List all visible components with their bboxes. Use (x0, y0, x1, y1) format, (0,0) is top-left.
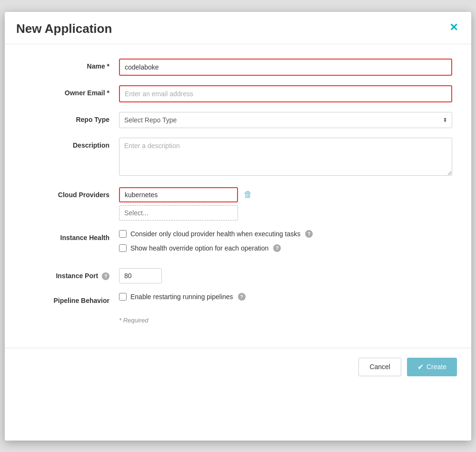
required-note: * Required (119, 317, 452, 324)
modal-footer: Cancel ✔ Create (5, 348, 471, 386)
checkbox2-label: Show health override option for each ope… (130, 244, 268, 252)
instance-health-row: Instance Health Consider only cloud prov… (24, 230, 452, 259)
pipeline-behavior-row: Pipeline Behavior Enable restarting runn… (24, 293, 452, 307)
instance-port-row: Instance Port ? (24, 268, 452, 283)
checkbox2-row: Show health override option for each ope… (119, 244, 452, 252)
new-application-modal: New Application ✕ Name * Owner Email * R… (5, 12, 471, 441)
description-label: Description (24, 138, 119, 149)
checkbox1-help-icon[interactable]: ? (305, 230, 313, 238)
cloud-providers-field-container: kubernetes 🗑 (119, 187, 452, 221)
pipeline-behavior-field-container: Enable restarting running pipelines ? (119, 293, 452, 307)
checkbox2-input[interactable] (119, 244, 127, 252)
instance-health-field-container: Consider only cloud provider health when… (119, 230, 452, 259)
checkbox2-help-icon[interactable]: ? (273, 244, 281, 252)
cloud-provider-select-input[interactable] (119, 205, 238, 221)
checkbox1-label: Consider only cloud provider health when… (130, 230, 300, 238)
owner-email-field-container (119, 85, 452, 102)
cancel-button[interactable]: Cancel (358, 358, 401, 376)
instance-port-field-container (119, 268, 452, 283)
owner-email-input[interactable] (119, 85, 452, 102)
modal-body: Name * Owner Email * Repo Type Select Re… (5, 44, 471, 338)
cloud-provider-select-wrapper (119, 205, 452, 221)
owner-email-label: Owner Email * (24, 85, 119, 97)
name-label: Name * (24, 59, 119, 70)
description-row: Description (24, 138, 452, 178)
instance-port-input[interactable] (119, 268, 162, 283)
repo-type-row: Repo Type Select Repo Type (24, 112, 452, 128)
checkbox1-row: Consider only cloud provider health when… (119, 230, 452, 238)
pipeline-checkbox-row: Enable restarting running pipelines ? (119, 293, 452, 301)
close-button[interactable]: ✕ (447, 21, 460, 34)
create-button[interactable]: ✔ Create (407, 358, 457, 376)
name-input[interactable] (119, 59, 452, 76)
instance-port-help-icon[interactable]: ? (102, 272, 109, 280)
delete-icon: 🗑 (244, 190, 252, 199)
modal-header: New Application ✕ (5, 12, 471, 44)
cloud-providers-label: Cloud Providers (24, 187, 119, 199)
pipeline-behavior-label: Pipeline Behavior (24, 293, 119, 304)
pipeline-checkbox-input[interactable] (119, 293, 127, 301)
cloud-provider-item: kubernetes 🗑 (119, 187, 452, 202)
cloud-providers-row: Cloud Providers kubernetes 🗑 (24, 187, 452, 221)
description-field-container (119, 138, 452, 178)
name-field-container (119, 59, 452, 76)
create-check-icon: ✔ (417, 362, 424, 372)
modal-title: New Application (16, 21, 112, 36)
repo-type-field-container: Select Repo Type (119, 112, 452, 128)
instance-port-label: Instance Port ? (24, 268, 119, 280)
cloud-provider-value: kubernetes (119, 187, 238, 202)
instance-health-label: Instance Health (24, 230, 119, 241)
repo-type-label: Repo Type (24, 112, 119, 123)
repo-type-select[interactable]: Select Repo Type (119, 112, 452, 128)
owner-email-row: Owner Email * (24, 85, 452, 102)
description-input[interactable] (119, 138, 452, 176)
delete-cloud-provider-button[interactable]: 🗑 (242, 189, 254, 201)
checkbox1-input[interactable] (119, 230, 127, 238)
create-button-label: Create (426, 363, 446, 371)
name-row: Name * (24, 59, 452, 76)
pipeline-help-icon[interactable]: ? (238, 293, 246, 301)
repo-type-select-wrapper: Select Repo Type (119, 112, 452, 128)
pipeline-checkbox-label: Enable restarting running pipelines (130, 293, 233, 301)
